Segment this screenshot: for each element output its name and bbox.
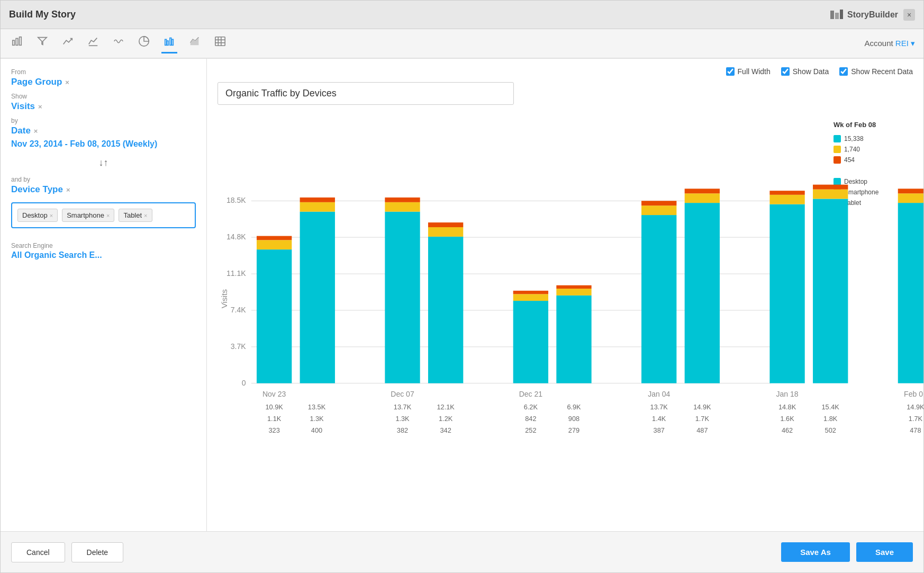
svg-text:Feb 01: Feb 01 — [904, 390, 923, 398]
svg-text:1.7K: 1.7K — [695, 415, 710, 423]
search-engine-label: Search Engine — [11, 242, 196, 249]
area-chart-icon[interactable] — [85, 33, 101, 53]
svg-rect-40 — [428, 227, 463, 237]
svg-text:1.6K: 1.6K — [780, 415, 794, 423]
left-panel: From Page Group × Show Visits × by Date … — [1, 59, 207, 531]
bottom-left: Cancel Delete — [11, 542, 123, 562]
storybuilder-logo: StoryBuilder — [829, 8, 898, 21]
by-value[interactable]: Date × — [11, 126, 196, 136]
search-engine-section: Search Engine All Organic Search E... — [11, 242, 196, 260]
svg-text:14.9K: 14.9K — [693, 403, 711, 411]
by-remove[interactable]: × — [34, 127, 38, 135]
close-button[interactable]: × — [903, 9, 915, 21]
full-width-checkbox[interactable]: Full Width — [726, 67, 771, 76]
svg-rect-33 — [300, 212, 335, 383]
svg-rect-43 — [513, 294, 548, 301]
svg-text:252: 252 — [525, 426, 536, 434]
from-remove[interactable]: × — [65, 78, 69, 86]
show-recent-data-checkbox[interactable]: Show Recent Data — [839, 67, 913, 76]
date-range[interactable]: Nov 23, 2014 - Feb 08, 2015 (Weekly) — [11, 138, 196, 150]
pie-chart-icon[interactable] — [136, 33, 152, 53]
smartphone-value: 1,740 — [844, 146, 860, 153]
svg-rect-8 — [165, 39, 167, 45]
bar-chart-icon[interactable] — [9, 33, 25, 53]
trend-icon[interactable] — [60, 33, 76, 53]
svg-text:502: 502 — [825, 426, 836, 434]
grouped-bar-icon[interactable] — [161, 33, 177, 53]
legend-smartphone: 1,740 — [834, 146, 913, 153]
svg-text:6.2K: 6.2K — [524, 403, 538, 411]
device-type-remove[interactable]: × — [66, 186, 70, 194]
svg-text:382: 382 — [397, 426, 408, 434]
svg-text:3.7K: 3.7K — [231, 342, 246, 351]
table-icon[interactable] — [212, 33, 228, 53]
title-bar: Build My Story StoryBuilder × — [1, 1, 923, 29]
svg-rect-45 — [556, 296, 591, 383]
svg-text:0: 0 — [242, 379, 246, 387]
account-label: Account REI ▾ — [864, 39, 915, 48]
tag-smartphone[interactable]: Smartphone × — [62, 209, 114, 222]
tablet-value: 454 — [844, 156, 855, 164]
svg-text:Dec 07: Dec 07 — [391, 390, 414, 398]
svg-rect-61 — [898, 193, 923, 203]
svg-rect-52 — [685, 193, 720, 203]
svg-rect-60 — [898, 203, 923, 383]
chart-svg: 18.5K 14.8K 11.1K 7.4K 3.7K 0 Visits — [218, 115, 825, 523]
device-type-value[interactable]: Device Type × — [11, 184, 196, 195]
search-engine-value[interactable]: All Organic Search E... — [11, 250, 196, 260]
svg-text:342: 342 — [440, 426, 451, 434]
desktop-label-color — [834, 178, 841, 185]
svg-rect-44 — [513, 291, 548, 294]
save-as-button[interactable]: Save As — [781, 542, 850, 562]
svg-text:387: 387 — [654, 426, 665, 434]
legend-desktop-label: Desktop — [834, 178, 913, 185]
filter-icon[interactable] — [34, 33, 50, 53]
delete-button[interactable]: Delete — [71, 542, 123, 562]
from-value[interactable]: Page Group × — [11, 77, 196, 87]
show-value[interactable]: Visits × — [11, 101, 196, 112]
toolbar: Account REI ▾ — [1, 29, 923, 59]
toolbar-icons — [9, 33, 228, 53]
save-button[interactable]: Save — [856, 542, 913, 562]
cancel-button[interactable]: Cancel — [11, 542, 65, 562]
svg-text:478: 478 — [910, 426, 921, 434]
svg-text:14.8K: 14.8K — [778, 403, 796, 411]
show-remove[interactable]: × — [38, 103, 42, 111]
tag-tablet[interactable]: Tablet × — [119, 209, 152, 222]
svg-rect-12 — [215, 37, 225, 46]
svg-rect-42 — [513, 301, 548, 383]
svg-text:13.7K: 13.7K — [394, 403, 412, 411]
right-panel: Full Width Show Data Show Recent Data Or… — [207, 59, 923, 531]
by-label: by — [11, 117, 196, 124]
svg-rect-41 — [428, 222, 463, 227]
svg-text:Jan 18: Jan 18 — [776, 390, 799, 398]
tag-desktop[interactable]: Desktop × — [17, 209, 58, 222]
account-link[interactable]: REI ▾ — [895, 39, 915, 48]
line-area-icon[interactable] — [187, 33, 203, 53]
chart-title[interactable]: Organic Traffic by Devices — [218, 82, 514, 105]
svg-text:13.5K: 13.5K — [308, 403, 326, 411]
tablet-color — [834, 156, 841, 164]
svg-rect-36 — [385, 212, 420, 383]
wave-icon[interactable] — [111, 33, 126, 53]
app-title: Build My Story — [9, 9, 76, 20]
legend-week-label: Wk of Feb 08 — [834, 121, 913, 129]
svg-text:18.5K: 18.5K — [227, 196, 246, 204]
show-data-checkbox[interactable]: Show Data — [781, 67, 829, 76]
svg-text:6.9K: 6.9K — [567, 403, 581, 411]
legend-tablet: 454 — [834, 156, 913, 164]
and-by-label: and by — [11, 176, 196, 183]
svg-rect-35 — [300, 198, 335, 202]
svg-text:Nov 23: Nov 23 — [262, 390, 286, 398]
svg-text:12.1K: 12.1K — [437, 403, 455, 411]
desktop-color — [834, 135, 841, 142]
sort-arrows[interactable]: ↓↑ — [11, 157, 196, 168]
svg-text:462: 462 — [782, 426, 793, 434]
svg-text:279: 279 — [568, 426, 579, 434]
bottom-right: Save As Save — [781, 542, 913, 562]
and-by-section: and by Device Type × — [11, 176, 196, 195]
svg-text:Visits: Visits — [220, 289, 229, 309]
from-label: From — [11, 68, 196, 76]
svg-rect-49 — [641, 205, 676, 215]
svg-rect-39 — [428, 237, 463, 383]
